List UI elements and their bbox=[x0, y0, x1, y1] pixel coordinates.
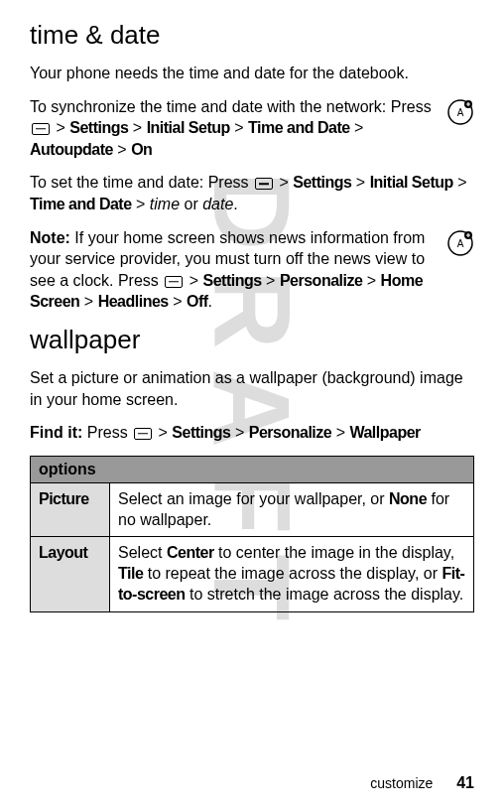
path-on: On bbox=[131, 141, 152, 158]
path-settings: Settings bbox=[69, 119, 128, 136]
sync-pre-text: To synchronize the time and date with th… bbox=[30, 98, 432, 115]
set-pre-text: To set the time and date: Press bbox=[30, 174, 253, 191]
path-settings: Settings bbox=[172, 424, 230, 441]
sync-instructions: A To synchronize the time and date with … bbox=[30, 96, 474, 161]
note-paragraph: A Note: If your home screen shows news i… bbox=[30, 227, 474, 313]
note-label: Note: bbox=[30, 229, 70, 246]
set-date: date bbox=[202, 196, 233, 212]
path-time-date: Time and Date bbox=[30, 196, 132, 212]
table-row: Layout Select Center to center the image… bbox=[31, 537, 474, 611]
option-layout: Layout bbox=[31, 537, 110, 611]
option-picture-desc: Select an image for your wallpaper, or N… bbox=[110, 482, 474, 537]
path-headlines: Headlines bbox=[98, 293, 169, 310]
heading-time-date: time & date bbox=[30, 20, 474, 51]
footer-label: customize bbox=[370, 775, 433, 791]
path-initial-setup: Initial Setup bbox=[370, 174, 453, 191]
wallpaper-intro: Set a picture or animation as a wallpape… bbox=[30, 367, 474, 410]
time-date-intro: Your phone needs the time and date for t… bbox=[30, 63, 474, 84]
set-time: time bbox=[150, 196, 180, 212]
findit-label: Find it: bbox=[30, 424, 82, 441]
page-number: 41 bbox=[456, 774, 474, 791]
findit-line: Find it: Press > Settings > Personalize … bbox=[30, 422, 474, 444]
svg-text:A: A bbox=[457, 238, 464, 249]
table-row: Picture Select an image for your wallpap… bbox=[31, 482, 474, 537]
path-autoupdate: Autoupdate bbox=[30, 141, 113, 158]
menu-key-icon bbox=[255, 178, 273, 190]
menu-key-icon bbox=[165, 276, 183, 288]
path-personalize: Personalize bbox=[280, 272, 362, 289]
option-layout-desc: Select Center to center the image in the… bbox=[110, 537, 474, 611]
menu-key-icon bbox=[32, 123, 50, 135]
option-picture: Picture bbox=[31, 482, 110, 537]
path-wallpaper: Wallpaper bbox=[349, 424, 420, 441]
path-off: Off bbox=[187, 293, 208, 310]
table-header-options: options bbox=[31, 456, 474, 482]
page-content: time & date Your phone needs the time an… bbox=[30, 20, 474, 612]
path-settings: Settings bbox=[203, 272, 262, 289]
network-icon: A bbox=[446, 98, 474, 126]
network-icon: A bbox=[446, 229, 474, 257]
menu-key-icon bbox=[134, 428, 152, 440]
path-settings: Settings bbox=[293, 174, 351, 191]
heading-wallpaper: wallpaper bbox=[30, 325, 474, 355]
set-instructions: To set the time and date: Press > Settin… bbox=[30, 172, 474, 214]
path-initial-setup: Initial Setup bbox=[147, 119, 230, 136]
options-table: options Picture Select an image for your… bbox=[30, 456, 474, 612]
path-time-date: Time and Date bbox=[248, 119, 350, 136]
path-personalize: Personalize bbox=[249, 424, 331, 441]
page-footer: customize 41 bbox=[370, 774, 474, 792]
svg-text:A: A bbox=[457, 107, 464, 118]
